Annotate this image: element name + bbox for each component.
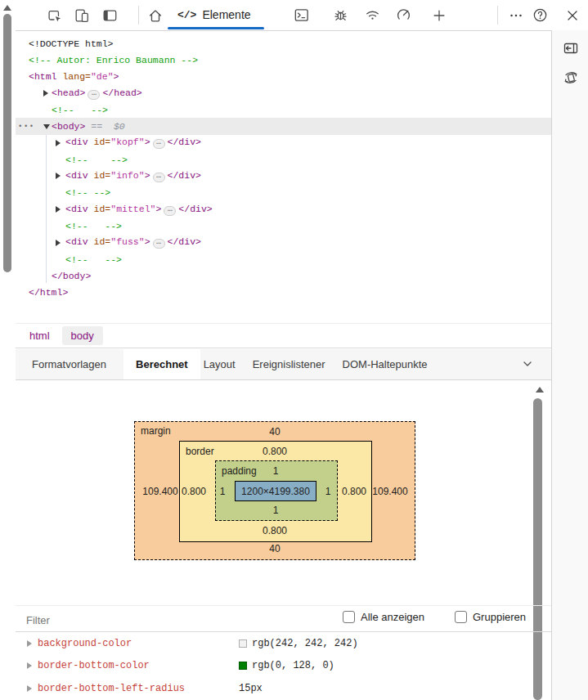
dom-tree-row[interactable]: <!-- Autor: Enrico Baumann --> <box>16 52 551 68</box>
dom-tree-row[interactable]: •••<body> == $0 <box>16 118 551 134</box>
device-emulation-button[interactable] <box>73 7 90 24</box>
code-token: <head> <box>52 88 85 98</box>
checkbox-icon[interactable] <box>343 611 355 623</box>
property-value: rgb(0, 128, 0) <box>252 660 334 671</box>
dock-side-icon <box>101 7 118 24</box>
rotate-device-button[interactable] <box>561 68 581 88</box>
ellipsis-button[interactable]: … <box>153 239 165 249</box>
box-model-content[interactable]: 1200×4199.380 <box>235 481 316 501</box>
home-button[interactable] <box>146 7 164 24</box>
dom-tree-row[interactable]: </body> <box>16 267 551 284</box>
tab-berechnet[interactable]: Berechnet <box>123 349 200 379</box>
dom-node-text: <!DOCTYPE html> <box>16 38 114 49</box>
ellipsis-button[interactable]: … <box>153 173 165 182</box>
margin-label: margin <box>141 425 171 437</box>
margin-bottom-value: 40 <box>269 543 280 554</box>
close-devtools-button[interactable] <box>563 7 581 24</box>
expander-icon[interactable] <box>27 662 32 669</box>
expander-icon[interactable] <box>43 90 48 96</box>
dom-node-text: <!-- --> <box>16 221 122 231</box>
devtools-toolbar: </> Elemente <box>16 0 588 31</box>
code-token: "fuss" <box>110 236 144 247</box>
console-tool-button[interactable] <box>293 7 310 24</box>
dom-node-text: <html lang="de"> <box>16 71 119 82</box>
breadcrumb-item-body[interactable]: body <box>62 326 103 345</box>
margin-top-value: 40 <box>269 426 280 438</box>
code-token: <!-- --> <box>65 221 122 231</box>
toolbar-divider <box>138 6 139 25</box>
code-token: > <box>145 236 150 247</box>
computed-property-row[interactable]: background-colorrgb(242, 242, 242) <box>16 632 535 655</box>
code-token: == <box>85 121 108 132</box>
computed-properties-list: background-colorrgb(242, 242, 242)border… <box>16 632 535 700</box>
ellipsis-button[interactable]: … <box>153 139 165 149</box>
performance-tool-button[interactable] <box>395 7 412 24</box>
ellipsis-button[interactable]: … <box>164 206 176 216</box>
code-token: </div> <box>168 170 201 181</box>
ellipsis-button[interactable]: … <box>88 90 100 100</box>
inspect-element-button[interactable] <box>45 7 62 24</box>
more-options-button[interactable] <box>507 7 524 24</box>
tab-ereignislistener[interactable]: Ereignislistener <box>253 349 325 379</box>
row-menu-dots-icon[interactable]: ••• <box>18 118 35 134</box>
dom-tree-row[interactable]: <html lang="de"> <box>16 69 551 85</box>
toolbar-divider <box>497 6 498 25</box>
padding-bottom-value: 1 <box>273 505 279 516</box>
code-token: <!-- --> <box>52 105 108 115</box>
checkbox-label: Gruppieren <box>473 611 526 623</box>
dom-tree-row[interactable]: <!-- --> <box>16 101 551 118</box>
property-value-cell: rgb(0, 128, 0) <box>239 660 334 671</box>
expander-icon[interactable] <box>56 206 61 213</box>
code-token: "kopf" <box>110 137 144 147</box>
expander-icon[interactable] <box>27 685 32 692</box>
add-tools-button[interactable] <box>430 7 447 24</box>
expander-icon[interactable] <box>27 640 32 647</box>
expander-icon[interactable] <box>56 173 61 179</box>
breadcrumb-item-html[interactable]: html <box>25 326 55 345</box>
issues-tool-button[interactable] <box>332 7 349 24</box>
dom-tree-row[interactable]: <!-- --> <box>16 218 551 234</box>
group-checkbox-group[interactable]: Gruppieren <box>455 611 526 623</box>
tab-formatvorlagen[interactable]: Formatvorlagen <box>32 349 106 379</box>
help-button[interactable] <box>532 7 549 24</box>
open-panel-button[interactable] <box>561 38 581 58</box>
code-token: </head> <box>102 88 141 98</box>
code-token: <html <box>29 71 62 82</box>
dom-node-text: <div id="kopf">…</div> <box>16 137 201 149</box>
dom-tree-row[interactable]: <!-- --> <box>16 251 551 267</box>
filter-input[interactable] <box>25 611 175 629</box>
tabs-overflow-button[interactable] <box>522 358 533 370</box>
computed-property-row[interactable]: border-bottom-colorrgb(0, 128, 0) <box>16 655 535 678</box>
code-token: "de" <box>91 71 114 82</box>
dom-node-text: <!-- --> <box>16 187 110 198</box>
computed-property-row[interactable]: border-bottom-left-radius15px <box>16 677 535 700</box>
page-scrollbar[interactable] <box>0 0 16 700</box>
tab-dom-haltepunkte[interactable]: DOM-Haltepunkte <box>343 349 428 379</box>
dom-tree-row[interactable]: <!-- --> <box>16 185 551 201</box>
expander-icon[interactable] <box>56 240 61 246</box>
checkbox-icon[interactable] <box>455 611 467 623</box>
tab-layout[interactable]: Layout <box>204 349 236 379</box>
dom-tree-row[interactable]: <div id="info">…</div> <box>16 168 551 184</box>
dom-tree-row[interactable]: <!DOCTYPE html> <box>16 35 551 52</box>
property-value-cell: rgb(242, 242, 242) <box>239 638 358 649</box>
scroll-up-icon[interactable] <box>536 387 544 393</box>
network-conditions-button[interactable] <box>364 7 381 24</box>
dom-tree-row[interactable]: <div id="fuss">…</div> <box>16 235 551 251</box>
dom-tree-row[interactable]: <div id="kopf">…</div> <box>16 135 551 151</box>
margin-right-value: 109.400 <box>372 486 407 497</box>
expander-icon[interactable] <box>56 140 61 146</box>
expander-icon[interactable] <box>43 124 50 129</box>
scroll-up-icon[interactable] <box>3 5 11 11</box>
show-all-checkbox-group[interactable]: Alle anzeigen <box>343 611 424 623</box>
dom-tree-row[interactable]: <!-- --> <box>16 151 551 168</box>
scrollbar-thumb[interactable] <box>3 14 11 272</box>
dock-side-button[interactable] <box>101 7 118 24</box>
bug-icon <box>332 7 349 24</box>
dom-tree-row[interactable]: <head>…</head> <box>16 85 551 101</box>
dom-tree-row[interactable]: </html> <box>16 284 551 300</box>
dom-tree-row[interactable]: <div id="mittel">…</div> <box>16 201 551 218</box>
border-label: border <box>186 446 214 457</box>
tab-elemente[interactable]: </> Elemente <box>168 0 261 29</box>
dom-node-text: <!-- --> <box>16 254 122 265</box>
